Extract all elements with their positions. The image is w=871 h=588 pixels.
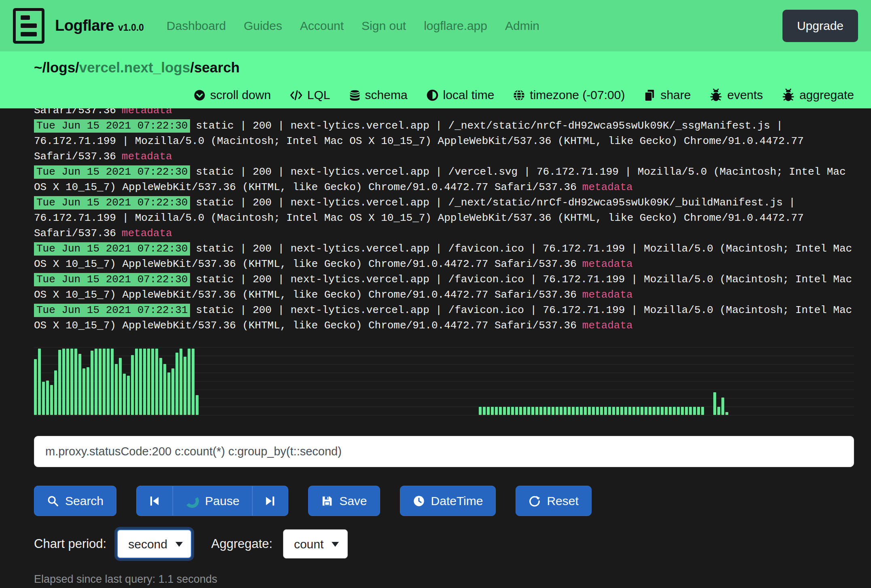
chart-bar bbox=[46, 381, 49, 415]
lql-button[interactable]: LQL bbox=[290, 88, 330, 102]
chart-bar bbox=[155, 349, 158, 415]
histogram-bars bbox=[34, 349, 841, 415]
nav-item-dashboard[interactable]: Dashboard bbox=[167, 19, 226, 33]
chart-bar bbox=[527, 407, 530, 415]
chart-bar bbox=[487, 407, 490, 415]
log-timestamp[interactable]: Tue Jun 15 2021 07:22:30 bbox=[34, 119, 190, 133]
chart-bar bbox=[564, 407, 567, 415]
logflare-logo[interactable] bbox=[13, 8, 44, 44]
breadcrumb-source-link[interactable]: vercel.next_logs bbox=[79, 59, 190, 75]
logo-bar bbox=[21, 15, 30, 20]
share-button[interactable]: share bbox=[643, 88, 691, 102]
brand-version: v1.0.0 bbox=[118, 22, 144, 33]
chart-bar bbox=[701, 407, 704, 415]
log-timestamp[interactable]: Tue Jun 15 2021 07:22:30 bbox=[34, 242, 190, 256]
save-button[interactable]: Save bbox=[308, 486, 380, 516]
chart-bar bbox=[127, 376, 130, 415]
breadcrumb: ~/logs/vercel.next_logs/search bbox=[34, 51, 854, 76]
chart-bar bbox=[491, 407, 494, 415]
reset-icon bbox=[529, 495, 541, 507]
nav-item-account[interactable]: Account bbox=[300, 19, 344, 33]
timezone-button[interactable]: timezone (-07:00) bbox=[513, 88, 625, 102]
scroll-down-button[interactable]: scroll down bbox=[193, 88, 271, 102]
chart-bar bbox=[649, 407, 651, 415]
skip-to-end-button[interactable] bbox=[252, 486, 288, 516]
log-entry-partial: Safari/537.36metadata bbox=[34, 108, 854, 118]
log-timestamp[interactable]: Tue Jun 15 2021 07:22:30 bbox=[34, 196, 190, 209]
search-query-input[interactable] bbox=[34, 436, 854, 467]
chart-bar bbox=[111, 349, 114, 415]
metadata-link[interactable]: metadata bbox=[582, 319, 633, 332]
chart-bar bbox=[588, 407, 591, 415]
search-button[interactable]: Search bbox=[34, 486, 116, 516]
chart-bar bbox=[693, 407, 696, 415]
lql-label: LQL bbox=[307, 88, 330, 102]
log-entry: Tue Jun 15 2021 07:22:30static | 200 | n… bbox=[34, 118, 854, 164]
datetime-button-label: DateTime bbox=[431, 494, 483, 508]
metadata-link[interactable]: metadata bbox=[122, 227, 172, 239]
chart-bar bbox=[175, 353, 178, 415]
chart-bar bbox=[717, 407, 720, 415]
chart-bar bbox=[620, 407, 623, 415]
nav-item-logflare-app[interactable]: logflare.app bbox=[424, 19, 487, 33]
chart-bar bbox=[167, 372, 170, 415]
log-timestamp[interactable]: Tue Jun 15 2021 07:22:30 bbox=[34, 273, 190, 286]
chart-bar bbox=[608, 407, 611, 415]
log-timestamp[interactable]: Tue Jun 15 2021 07:22:30 bbox=[34, 165, 190, 179]
aggregate-button[interactable]: aggregate bbox=[782, 88, 854, 102]
nav-item-admin[interactable]: Admin bbox=[505, 19, 539, 33]
log-entry: Tue Jun 15 2021 07:22:30static | 200 | n… bbox=[34, 195, 854, 241]
nav-item-guides[interactable]: Guides bbox=[244, 19, 282, 33]
metadata-link[interactable]: metadata bbox=[122, 108, 172, 116]
nav-item-sign-out[interactable]: Sign out bbox=[362, 19, 406, 33]
chart-bar bbox=[552, 407, 554, 415]
pause-button[interactable]: Pause bbox=[173, 486, 252, 516]
datetime-button[interactable]: DateTime bbox=[400, 486, 496, 516]
aggregate-label: aggregate bbox=[799, 88, 854, 102]
upgrade-button[interactable]: Upgrade bbox=[782, 10, 858, 42]
database-icon bbox=[349, 89, 361, 102]
chart-period-select[interactable]: second bbox=[117, 529, 192, 558]
metadata-link[interactable]: metadata bbox=[582, 289, 633, 301]
search-icon bbox=[47, 495, 59, 507]
metadata-link[interactable]: metadata bbox=[582, 181, 633, 193]
log-timestamp[interactable]: Tue Jun 15 2021 07:22:31 bbox=[34, 304, 190, 317]
chart-bar bbox=[499, 407, 502, 415]
events-button[interactable]: events bbox=[709, 88, 763, 102]
chart-bar bbox=[657, 407, 660, 415]
playback-button-group: Pause bbox=[136, 486, 288, 516]
chart-settings-row: Chart period: second Aggregate: count bbox=[34, 529, 854, 558]
chart-bar bbox=[669, 407, 672, 415]
schema-button[interactable]: schema bbox=[349, 88, 408, 102]
aggregate-select[interactable]: count bbox=[283, 529, 348, 558]
log-entry: Tue Jun 15 2021 07:22:31static | 200 | n… bbox=[34, 302, 854, 333]
chart-bar bbox=[604, 407, 607, 415]
top-navbar: Logflare v1.0.0 Dashboard Guides Account… bbox=[0, 0, 871, 51]
brand[interactable]: Logflare v1.0.0 bbox=[55, 17, 144, 34]
chart-bar bbox=[54, 370, 57, 415]
metadata-link[interactable]: metadata bbox=[582, 258, 633, 270]
chart-bar bbox=[572, 407, 575, 415]
chart-bar bbox=[99, 349, 101, 415]
chart-bar bbox=[616, 407, 619, 415]
metadata-link[interactable]: metadata bbox=[122, 150, 172, 163]
chart-bar bbox=[62, 349, 65, 415]
chart-bar bbox=[641, 407, 643, 415]
chart-bar bbox=[82, 368, 85, 415]
search-button-label: Search bbox=[65, 494, 104, 508]
schema-label: schema bbox=[365, 88, 408, 102]
breadcrumb-suffix: /search bbox=[190, 59, 240, 75]
events-histogram bbox=[34, 345, 854, 422]
chart-bar bbox=[519, 407, 522, 415]
chart-bar bbox=[556, 407, 558, 415]
chart-bar bbox=[531, 407, 534, 415]
log-entry: Tue Jun 15 2021 07:22:30static | 200 | n… bbox=[34, 272, 854, 302]
chart-bar bbox=[91, 351, 93, 415]
chart-bar bbox=[539, 407, 542, 415]
chart-bar bbox=[103, 349, 106, 415]
chart-bar bbox=[151, 349, 154, 415]
skip-to-start-button[interactable] bbox=[136, 486, 173, 516]
local-time-toggle[interactable]: local time bbox=[426, 88, 495, 102]
reset-button[interactable]: Reset bbox=[516, 486, 591, 516]
reset-button-label: Reset bbox=[547, 494, 578, 508]
